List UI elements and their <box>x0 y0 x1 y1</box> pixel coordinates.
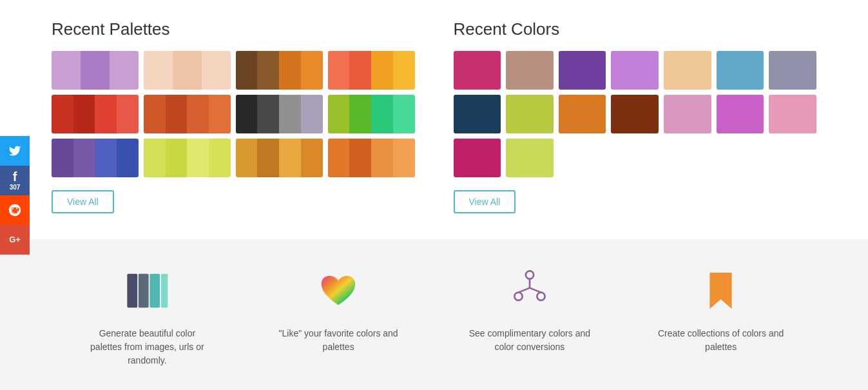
svg-line-10 <box>530 288 541 293</box>
palette-item[interactable] <box>236 95 323 133</box>
facebook-count: 307 <box>10 184 21 191</box>
svg-point-6 <box>514 293 522 300</box>
color-item[interactable] <box>611 51 659 90</box>
palette-swatch <box>328 139 350 177</box>
googleplus-icon: G+ <box>9 235 21 244</box>
palette-icon <box>121 265 173 317</box>
palette-swatch <box>166 95 188 133</box>
facebook-button[interactable]: f 307 <box>0 166 30 195</box>
social-sidebar: f 307 G+ <box>0 136 30 255</box>
palette-item[interactable] <box>52 51 139 90</box>
palette-item[interactable] <box>328 139 415 177</box>
palette-swatch <box>73 139 95 177</box>
palette-swatch <box>236 51 258 90</box>
palette-swatch <box>209 139 231 177</box>
palette-swatch <box>257 51 279 90</box>
color-item[interactable] <box>454 51 501 90</box>
palette-swatch <box>187 139 209 177</box>
palette-swatch <box>173 51 202 90</box>
reddit-button[interactable] <box>0 195 30 225</box>
recent-palettes-section: Recent Palettes <box>52 19 415 213</box>
palette-swatch <box>95 139 117 177</box>
color-item[interactable] <box>611 95 659 133</box>
color-item[interactable] <box>664 95 711 133</box>
palette-swatch <box>371 95 393 133</box>
color-item[interactable] <box>769 51 816 90</box>
feature-complimentary: See complimentary colors and color conve… <box>465 265 594 354</box>
view-all-palettes-button[interactable]: View All <box>52 190 114 213</box>
palette-item[interactable] <box>236 51 323 90</box>
branch-icon <box>504 265 555 317</box>
color-item[interactable] <box>769 95 816 133</box>
palette-item[interactable] <box>144 51 231 90</box>
palette-item[interactable] <box>144 95 231 133</box>
palette-swatch <box>209 95 231 133</box>
palette-swatch <box>187 95 209 133</box>
svg-rect-2 <box>139 274 149 308</box>
svg-rect-4 <box>161 274 168 308</box>
facebook-icon: f <box>13 170 17 183</box>
palette-swatch <box>202 51 231 90</box>
bookmark-icon <box>695 265 747 317</box>
color-item[interactable] <box>717 95 764 133</box>
recent-palettes-title: Recent Palettes <box>52 19 415 39</box>
svg-rect-3 <box>150 274 160 308</box>
palette-swatch <box>328 95 350 133</box>
palette-swatch <box>349 51 371 90</box>
palette-item[interactable] <box>236 139 323 177</box>
palette-item[interactable] <box>52 139 139 177</box>
color-item[interactable] <box>559 95 606 133</box>
palette-swatch <box>110 51 139 90</box>
palette-swatch <box>349 95 371 133</box>
svg-rect-1 <box>128 274 138 308</box>
recent-colors-title: Recent Colors <box>454 19 817 39</box>
palette-swatch <box>144 95 166 133</box>
palette-swatch <box>166 139 188 177</box>
palette-swatch <box>81 51 110 90</box>
palette-item[interactable] <box>144 139 231 177</box>
color-item[interactable] <box>454 95 501 133</box>
palette-swatch <box>95 95 117 133</box>
palette-swatch <box>301 51 323 90</box>
svg-point-5 <box>526 271 534 278</box>
feature-collections: Create collections of colors and palette… <box>657 265 786 354</box>
twitter-button[interactable] <box>0 136 30 166</box>
color-item[interactable] <box>717 51 764 90</box>
color-grid <box>454 51 817 177</box>
palette-swatch <box>328 51 350 90</box>
color-item[interactable] <box>506 51 554 90</box>
palette-swatch <box>257 139 279 177</box>
feature-complimentary-text: See complimentary colors and color conve… <box>465 327 594 354</box>
features-row: Generate beautiful color palettes from i… <box>52 265 816 367</box>
color-item[interactable] <box>454 139 501 177</box>
svg-line-9 <box>518 288 530 293</box>
palette-swatch <box>52 51 81 90</box>
palette-item[interactable] <box>328 95 415 133</box>
heart-icon <box>313 265 364 317</box>
palette-swatch <box>393 95 415 133</box>
main-content: Recent Palettes <box>0 0 868 239</box>
palette-swatch <box>144 51 173 90</box>
features-section: Generate beautiful color palettes from i… <box>0 239 868 390</box>
view-all-colors-button[interactable]: View All <box>454 190 516 213</box>
palette-swatch <box>52 139 73 177</box>
palette-swatch <box>279 51 301 90</box>
palette-item[interactable] <box>328 51 415 90</box>
palette-swatch <box>73 95 95 133</box>
palette-swatch <box>371 51 393 90</box>
feature-like-text: "Like" your favorite colors and palettes <box>274 327 403 354</box>
palette-swatch <box>279 95 301 133</box>
recent-colors-section: Recent Colors View All <box>454 19 817 213</box>
palette-swatch <box>117 139 139 177</box>
feature-like: "Like" your favorite colors and palettes <box>274 265 403 354</box>
color-item[interactable] <box>559 51 606 90</box>
palette-swatch <box>393 139 415 177</box>
color-item[interactable] <box>506 139 554 177</box>
color-item[interactable] <box>506 95 554 133</box>
palette-item[interactable] <box>52 95 139 133</box>
color-item[interactable] <box>664 51 711 90</box>
palette-swatch <box>236 139 258 177</box>
palette-swatch <box>301 139 323 177</box>
googleplus-button[interactable]: G+ <box>0 225 30 255</box>
sections-row: Recent Palettes <box>52 19 816 213</box>
